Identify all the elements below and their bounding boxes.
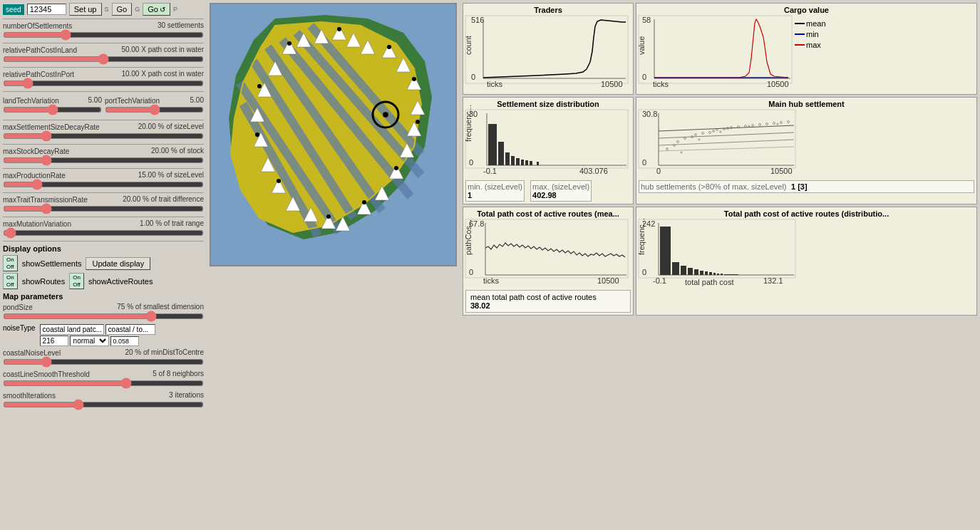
show-active-routes-toggle[interactable]: OnOff: [69, 273, 84, 289]
land-tech-row: landTechVariation 5.00: [3, 96, 102, 115]
svg-rect-49: [465, 16, 628, 83]
mid-charts-row: Settlement size distribution 30 0 -0.1 4…: [463, 97, 977, 204]
normal-select[interactable]: normal: [70, 336, 109, 346]
svg-rect-76: [516, 158, 520, 165]
legend-max: max: [795, 41, 826, 49]
path-cost-port-slider[interactable]: [3, 79, 204, 88]
update-display-button[interactable]: Update display: [86, 257, 150, 270]
path-cost-mean-title: Total path cost of active routes (mea...: [465, 209, 631, 218]
hub-label: hub settlements (>80% of max. sizeLevel): [641, 182, 787, 191]
smooth-iter-value: 3 iterations: [169, 391, 204, 399]
divider-7: [3, 168, 204, 169]
main-hub-chart: Main hub settlement 30.8 0 0 10500: [636, 97, 977, 204]
svg-point-47: [255, 132, 259, 137]
port-tech-slider[interactable]: [105, 105, 204, 114]
svg-point-40: [387, 45, 391, 49]
map-svg: [211, 4, 457, 266]
svg-text:count: count: [464, 36, 473, 55]
path-cost-land-row: relativePathCostInLand 50.00 X path cost…: [3, 46, 204, 65]
coastal-noise-value: 20 % of minDistToCentre: [125, 348, 204, 356]
svg-point-37: [383, 112, 388, 118]
pond-size-row: pondSize 75 % of smallest dimension: [3, 303, 204, 322]
svg-text:ticks: ticks: [653, 80, 669, 88]
max-trait-trans-value: 20.00 % of trait difference: [123, 195, 204, 203]
pond-size-value: 75 % of smallest dimension: [117, 303, 204, 311]
path-cost-dist-chart: Total path cost of active routes (distri…: [636, 207, 977, 316]
g-label: G: [135, 6, 140, 13]
svg-rect-141: [700, 271, 703, 275]
path-cost-land-slider[interactable]: [3, 55, 204, 63]
min-value: 1: [468, 191, 522, 199]
svg-rect-136: [660, 227, 671, 275]
top-charts-row: Traders 516 0 ticks 10500 count: [463, 3, 977, 95]
svg-text:value: value: [637, 36, 646, 55]
smooth-iter-row: smoothIterations 3 iterations: [3, 391, 204, 410]
path-cost-port-row: relativePathCostInPort 10.00 X path cost…: [3, 70, 204, 89]
svg-rect-140: [694, 269, 698, 275]
svg-rect-80: [537, 162, 539, 165]
svg-rect-73: [498, 142, 504, 165]
path-cost-charts-row: Total path cost of active routes (mea...…: [463, 207, 977, 316]
svg-point-43: [394, 166, 398, 170]
settlement-size-title: Settlement size distribution: [465, 100, 631, 108]
svg-rect-74: [505, 152, 510, 165]
svg-text:-0.1: -0.1: [653, 276, 666, 285]
svg-text:58: 58: [642, 16, 651, 24]
max-production-slider[interactable]: [3, 180, 204, 189]
tech-variation-row: landTechVariation 5.00 portTechVariation…: [3, 94, 204, 118]
smooth-iter-slider[interactable]: [3, 400, 204, 409]
map-params-title: Map parameters: [3, 292, 204, 301]
path-cost-mean-chart: Total path cost of active routes (mea...…: [463, 207, 634, 316]
land-tech-value: 5.00: [88, 96, 102, 104]
settlement-size-svg: 30 0 -0.1 403.076 frequenc..: [465, 110, 628, 177]
noise-num1[interactable]: [40, 336, 68, 346]
max-settle-decay-slider[interactable]: [3, 132, 204, 140]
pond-size-slider[interactable]: [3, 312, 204, 321]
main-hub-title: Main hub settlement: [639, 100, 974, 108]
svg-text:10500: 10500: [770, 167, 793, 175]
svg-rect-144: [713, 273, 716, 275]
svg-text:10500: 10500: [597, 276, 619, 285]
divider-9: [3, 217, 204, 217]
svg-text:0: 0: [642, 73, 646, 81]
p-label: P: [173, 6, 177, 13]
divider-4: [3, 91, 204, 92]
land-tech-slider[interactable]: [3, 105, 102, 114]
setup-button[interactable]: Set up: [69, 3, 102, 16]
coastline-smooth-slider[interactable]: [3, 379, 204, 388]
num-settlements-slider[interactable]: [3, 31, 204, 39]
svg-point-42: [416, 120, 420, 124]
svg-rect-137: [672, 262, 679, 275]
go2-button[interactable]: Go ↺: [143, 3, 170, 16]
svg-point-48: [257, 84, 262, 88]
show-routes-toggle[interactable]: OnOff: [3, 273, 18, 289]
settlement-size-chart: Settlement size distribution 30 0 -0.1 4…: [463, 97, 634, 204]
max-stock-decay-slider[interactable]: [3, 156, 204, 165]
coastal-noise-slider[interactable]: [3, 358, 204, 366]
map-canvas: [210, 3, 457, 266]
noise-type-input2[interactable]: [105, 324, 155, 335]
noise-num2: 0.058: [110, 336, 139, 346]
hub-value: 1 [3]: [791, 182, 808, 191]
refresh-icon: ↺: [160, 6, 165, 14]
max-mutation-slider[interactable]: [3, 229, 204, 237]
svg-point-38: [287, 41, 292, 46]
num-settlements-row: numberOfSettlements 30 settlements: [3, 21, 204, 41]
path-cost-dist-svg: 242 0 -0.1 132.1 total path cost frequen…: [639, 219, 795, 287]
svg-rect-143: [709, 272, 712, 275]
show-settlements-toggle[interactable]: OnOff: [3, 255, 18, 271]
svg-text:frequenc...: frequenc...: [637, 218, 646, 255]
cargo-value-svg: 58 0 ticks 10500 value: [639, 16, 792, 90]
svg-text:0: 0: [469, 158, 473, 167]
path-cost-land-value: 50.00 X path cost in water: [121, 46, 204, 53]
noise-type-input1[interactable]: [40, 324, 104, 335]
noise-type-row: noiseType normal 0.058: [3, 324, 204, 346]
min-color: [795, 33, 805, 35]
go-button[interactable]: Go: [112, 3, 133, 16]
traders-title: Traders: [465, 6, 631, 14]
svg-text:10500: 10500: [601, 80, 623, 88]
max-trait-trans-slider[interactable]: [3, 204, 204, 213]
seed-input[interactable]: [27, 4, 66, 15]
svg-text:frequenc...: frequenc...: [464, 105, 473, 142]
max-sizeLevel-box: max. (sizeLevel) 402.98: [530, 180, 592, 202]
